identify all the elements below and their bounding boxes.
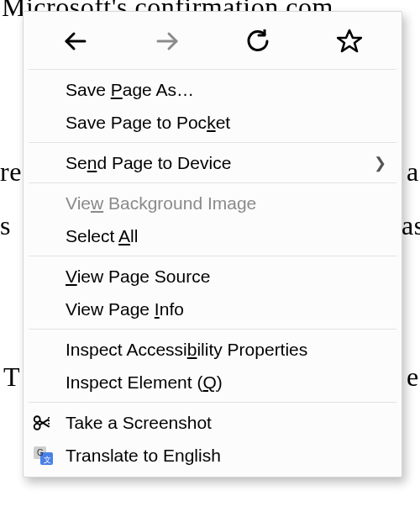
separator bbox=[29, 402, 396, 403]
bookmark-button[interactable] bbox=[312, 22, 386, 61]
page-text: a bbox=[407, 156, 419, 187]
menu-label: Save Page to Pocket bbox=[66, 113, 230, 133]
menu-label: Inspect Element (Q) bbox=[66, 372, 223, 393]
page-text: e bbox=[407, 362, 419, 393]
menu-item-view-page-info[interactable]: View Page Info bbox=[24, 293, 402, 325]
back-button[interactable] bbox=[39, 22, 113, 61]
star-icon bbox=[337, 29, 362, 54]
menu-label: Take a Screenshot bbox=[66, 413, 212, 433]
page-text: as bbox=[402, 210, 420, 241]
menu-label: Save Page As… bbox=[66, 80, 194, 100]
separator bbox=[29, 142, 396, 143]
menu-label: Select All bbox=[66, 226, 138, 246]
back-arrow-icon bbox=[63, 29, 88, 53]
chevron-right-icon: ❯ bbox=[374, 154, 386, 172]
menu-label: Inspect Accessibility Properties bbox=[66, 340, 307, 360]
menu-item-select-all[interactable]: Select All bbox=[24, 219, 402, 252]
menu-item-view-background-image: View Background Image bbox=[24, 187, 402, 219]
translate-icon: G 文 bbox=[32, 446, 55, 466]
menu-item-save-page-to-pocket[interactable]: Save Page to Pocket bbox=[24, 106, 402, 139]
menu-item-translate-to-english[interactable]: G 文 Translate to English bbox=[24, 439, 402, 472]
reload-button[interactable] bbox=[221, 22, 295, 61]
menu-item-send-page-to-device[interactable]: Send Page to Device ❯ bbox=[24, 146, 402, 179]
menu-label: View Background Image bbox=[66, 193, 256, 214]
svg-text:G: G bbox=[37, 448, 44, 457]
svg-text:文: 文 bbox=[44, 456, 51, 464]
reload-icon bbox=[246, 29, 270, 53]
separator bbox=[29, 256, 396, 256]
nav-row bbox=[24, 17, 402, 66]
menu-item-view-page-source[interactable]: View Page Source bbox=[24, 260, 402, 293]
menu-label: Send Page to Device bbox=[66, 153, 231, 173]
page-text: T bbox=[3, 362, 20, 393]
context-menu: Save Page As… Save Page to Pocket Send P… bbox=[23, 11, 402, 478]
forward-button bbox=[130, 22, 204, 61]
menu-item-take-screenshot[interactable]: Take a Screenshot bbox=[24, 406, 402, 439]
menu-label: View Page Source bbox=[66, 267, 210, 287]
menu-item-inspect-element[interactable]: Inspect Element (Q) bbox=[24, 366, 402, 399]
separator bbox=[29, 329, 396, 330]
page-text: re bbox=[0, 156, 22, 187]
svg-marker-2 bbox=[338, 30, 361, 51]
menu-label: Translate to English bbox=[66, 446, 221, 466]
scissors-icon bbox=[32, 413, 55, 433]
separator bbox=[29, 69, 396, 70]
menu-item-save-page-as[interactable]: Save Page As… bbox=[24, 73, 402, 106]
menu-label: View Page Info bbox=[66, 299, 184, 319]
menu-item-inspect-accessibility[interactable]: Inspect Accessibility Properties bbox=[24, 333, 402, 366]
page-text: s bbox=[0, 210, 11, 241]
separator bbox=[29, 182, 396, 183]
forward-arrow-icon bbox=[155, 29, 180, 53]
